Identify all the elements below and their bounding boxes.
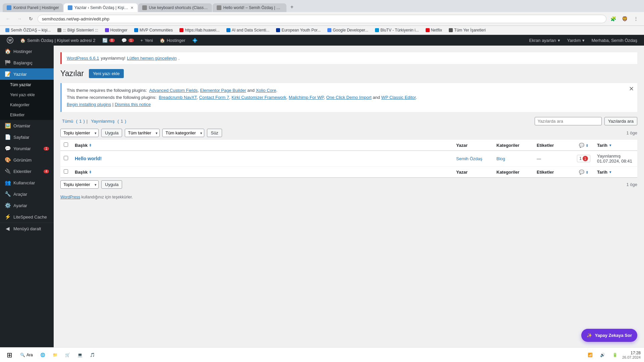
new-content-item[interactable]: + Yeni [137, 35, 156, 46]
apply-button-bottom[interactable]: Uygula [101, 180, 122, 189]
sidebar-item-sayfalar[interactable]: 📄 Sayfalar [0, 131, 54, 143]
start-button[interactable]: ⊞ [3, 349, 15, 361]
select-all-checkbox[interactable] [64, 142, 68, 147]
xolio-link[interactable]: Xolio Core [256, 88, 276, 93]
reload-button[interactable]: ↻ [26, 14, 36, 23]
begin-installing-link[interactable]: Begin installing plugins [67, 102, 111, 107]
post-title-link[interactable]: Hello world! [75, 156, 102, 161]
cat-filter-select[interactable]: Tüm kategoriler [162, 129, 204, 137]
sidebar-item-eklentiler[interactable]: 🔌 Eklentiler 4 [0, 166, 54, 177]
wp-version-link[interactable]: WordPress 6.6.1 [67, 56, 99, 61]
help-item[interactable]: Yardım ▾ [564, 35, 588, 46]
sidebar-item-kullanicilar[interactable]: 👥 Kullanıcılar [0, 177, 54, 188]
sidebar-subitem-yeni-yazi[interactable]: Yeni yazı ekle [0, 90, 54, 100]
author-link[interactable]: Semih Özdaş [456, 156, 482, 161]
battery-icon-taskbar[interactable]: 🔋 [610, 351, 620, 359]
brave-button[interactable]: 🦁 [620, 14, 629, 23]
new-tab-button[interactable]: + [287, 2, 297, 12]
bulk-actions-select[interactable]: Toplu işlemler [60, 129, 99, 137]
sidebar-item-araclar[interactable]: 🔧 Araçlar [0, 188, 54, 200]
filter-button[interactable]: Süz [207, 129, 222, 137]
comment-count[interactable]: 1 1 [577, 155, 590, 162]
bookmark-mvp[interactable]: MVP Communities [132, 27, 175, 33]
sidebar-item-yorumlar[interactable]: 💬 Yorumlar 1 [0, 143, 54, 154]
back-button[interactable]: ← [3, 14, 13, 23]
col-header-date[interactable]: Tarih ▼ [594, 140, 637, 151]
bookmark-all[interactable]: Tüm Yer İşaretleri [447, 27, 488, 33]
filter-all-link[interactable]: Tümü (1) [60, 119, 85, 124]
bulk-actions-select-bottom[interactable]: Toplu işlemler [60, 180, 99, 189]
sound-icon-taskbar[interactable]: 🔊 [597, 351, 608, 359]
comments-item[interactable]: 💬 1 [118, 35, 137, 46]
sidebar-subitem-kategoriler[interactable]: Kategoriler [0, 100, 54, 110]
wordpress-footer-link[interactable]: WordPress [60, 195, 80, 199]
menu-button[interactable]: ⋮ [631, 14, 641, 23]
extensions-button[interactable]: 🧩 [608, 14, 618, 23]
bookmark-bilgi[interactable]: ::: Bilgi Sistemleri ::: [55, 27, 100, 33]
wpclassic-link[interactable]: WP Classic Editor [381, 95, 416, 100]
sidebar-item-litespeed[interactable]: ⚡ LiteSpeed Cache [0, 211, 54, 223]
dismiss-notice-link[interactable]: Dismiss this notice [115, 102, 151, 107]
bookmark-ai[interactable]: AI and Data Scienti... [224, 27, 272, 33]
filter-published-link[interactable]: Yayınlanmış (1) [89, 119, 126, 124]
sidebar-item-ortamlar[interactable]: 🖼️ Ortamlar [0, 120, 54, 131]
tab-close-2[interactable]: ✕ [130, 6, 133, 10]
bookmark-google-dev[interactable]: Google Developer... [325, 27, 370, 33]
taskbar-app-browser[interactable]: 🌐 [38, 351, 48, 359]
mailchimp-link[interactable]: Mailchimp For WP [289, 95, 324, 100]
user-greeting-item[interactable]: Merhaba, Semih Özdaş [588, 35, 641, 46]
search-button-taskbar[interactable]: 🔍 Ara [17, 351, 36, 359]
sidebar-item-baslangic[interactable]: 🏁 Başlangıç [0, 57, 54, 68]
elementor-link[interactable]: Elementor Page Builder [200, 88, 246, 93]
updates-item[interactable]: 🔄 8 [99, 35, 118, 46]
network-icon-taskbar[interactable]: 📶 [585, 351, 595, 359]
update-now-link[interactable]: Lütfen hemen güncelleyin [127, 56, 177, 61]
bookmark-huawei[interactable]: https://lab.huawei... [177, 27, 221, 33]
bookmark-netflix[interactable]: Netflix [424, 27, 444, 33]
bookmark-eyp[interactable]: European Youth Por... [274, 27, 323, 33]
diamond-item[interactable]: 💠 [189, 35, 201, 46]
bookmark-hostinger[interactable]: Hostinger [103, 27, 129, 33]
acf-link[interactable]: Advanced Custom Fields [149, 88, 198, 93]
kirki-link[interactable]: Kirki Customizer Framework [231, 95, 286, 100]
sidebar-subitem-tum-yazilar[interactable]: Tüm yazılar [0, 80, 54, 90]
footer-col-title[interactable]: Başlık ⇕ [71, 167, 453, 178]
sidebar-item-collapse[interactable]: ◀ Menüyü daralt [0, 223, 54, 234]
bookmark-blutv[interactable]: BluTV - Türkiyenin i... [373, 27, 421, 33]
hostinger-item[interactable]: 🏠 Hostinger [156, 35, 189, 46]
wp-logo-item[interactable]: W [3, 35, 17, 46]
taskbar-app-files[interactable]: 📁 [50, 351, 60, 359]
forward-button[interactable]: → [15, 14, 24, 23]
footer-select-all[interactable] [64, 169, 68, 174]
col-header-title[interactable]: Başlık ⇕ [71, 140, 453, 151]
bookmark-semih[interactable]: Semih ÖZDAŞ – kişi... [3, 27, 53, 33]
sidebar-item-gorunum[interactable]: 🎨 Görünüm [0, 154, 54, 166]
cf7-link[interactable]: Contact Form 7 [199, 95, 229, 100]
search-button[interactable]: Yazılarda ara [604, 117, 637, 125]
sidebar-subitem-etiketler[interactable]: Etiketler [0, 110, 54, 120]
browser-tab-1[interactable]: Kontrol Paneli | Hostinger [3, 3, 63, 12]
oneclickdemo-link[interactable]: One Click Demo Import [326, 95, 372, 100]
address-bar[interactable]: semihozdas.net/wp-admin/edit.php [38, 15, 606, 23]
taskbar-app-store[interactable]: 🛒 [62, 351, 73, 359]
category-link[interactable]: Blog [496, 156, 505, 161]
taskbar-app-music[interactable]: 🎵 [87, 351, 98, 359]
footer-col-date[interactable]: Tarih ▼ [594, 167, 637, 178]
date-filter-select[interactable]: Tüm tarihler [125, 129, 160, 137]
sidebar-item-yazilar[interactable]: 📝 Yazılar [0, 68, 54, 80]
taskbar-clock[interactable]: 17:28 26.07.2024 [622, 351, 641, 359]
breadcrumb-link[interactable]: Breadcrumb NavXT [159, 95, 197, 100]
sidebar-item-hostinger[interactable]: 🏠 Hostinger [0, 46, 54, 57]
site-name-item[interactable]: 🏠 Semih Özdaş | Kişisel web adresi 2 [17, 35, 99, 46]
ai-button[interactable]: ✨ Yapay Zekaya Sor [581, 329, 637, 342]
taskbar-app-vscode[interactable]: 💻 [75, 351, 85, 359]
sidebar-item-ayarlar[interactable]: ⚙️ Ayarlar [0, 200, 54, 211]
browser-tab-3[interactable]: Use keyboard shortcuts (Classic Edit... [138, 3, 212, 12]
notice-close-button[interactable]: ✕ [629, 86, 634, 92]
screen-options-item[interactable]: Ekran ayarları ▾ [526, 35, 564, 46]
search-input[interactable] [535, 117, 602, 125]
add-post-button[interactable]: Yeni yazı ekle [89, 69, 124, 78]
browser-tab-4[interactable]: Hello world! – Semih Özdaş | Kişise... [213, 3, 286, 12]
browser-tab-2[interactable]: Yazılar ‹ Semih Özdaş | Kişisel ... ✕ [64, 3, 138, 12]
row-checkbox[interactable] [64, 156, 68, 160]
